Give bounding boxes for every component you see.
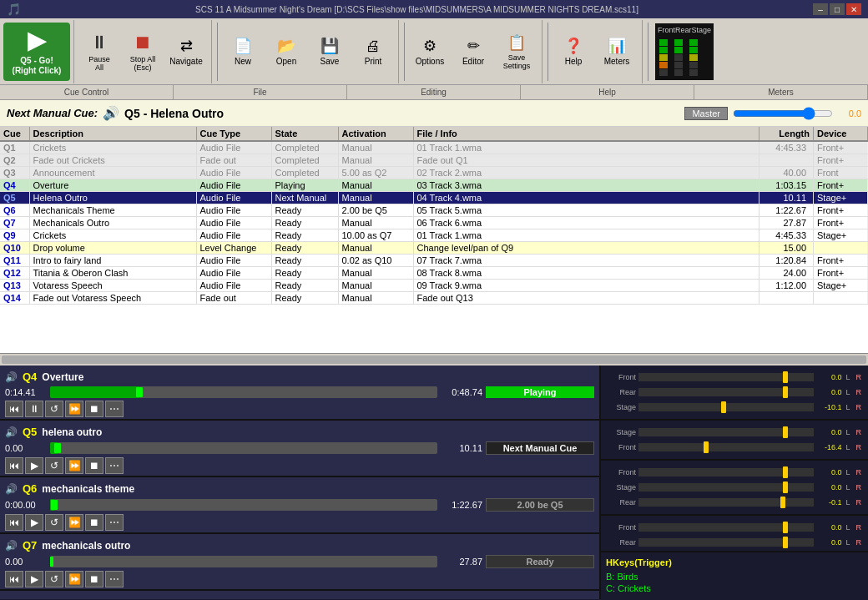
horizontal-scrollbar[interactable] xyxy=(2,355,866,364)
desc-cell: Helena Outro xyxy=(29,192,196,204)
table-row[interactable]: Q1 Crickets Audio File Completed Manual … xyxy=(0,141,868,154)
fader-track[interactable] xyxy=(638,498,814,507)
player-ctrl-5[interactable]: ⋯ xyxy=(105,457,124,474)
player-ctrl-2[interactable]: ↺ xyxy=(45,401,63,417)
player-ctrl-1[interactable]: ▶ xyxy=(25,571,43,587)
menu-file[interactable]: File xyxy=(174,85,347,100)
menu-cue-control[interactable]: Cue Control xyxy=(0,85,174,100)
master-button[interactable]: Master xyxy=(684,107,728,120)
fader-r-btn[interactable]: R xyxy=(855,468,864,476)
table-row[interactable]: Q5 Helena Outro Audio File Next Manual M… xyxy=(0,192,868,204)
pause-all-button[interactable]: ⏸ Pause All xyxy=(78,23,121,81)
table-row[interactable]: Q10 Drop volume Level Change Ready Manua… xyxy=(0,242,868,255)
stop-all-button[interactable]: ⏹ Stop All (Esc) xyxy=(121,23,164,81)
menu-meters[interactable]: Meters xyxy=(694,85,868,100)
fader-l-btn[interactable]: L xyxy=(844,523,851,532)
fader-r-btn[interactable]: R xyxy=(855,443,864,451)
fader-l-btn[interactable]: L xyxy=(844,483,851,492)
editor-button[interactable]: ✏ Editor xyxy=(452,23,495,81)
maximize-button[interactable]: □ xyxy=(830,3,845,15)
fader-r-btn[interactable]: R xyxy=(855,523,864,532)
player-progress-bar[interactable] xyxy=(50,386,437,398)
player-progress-bar[interactable] xyxy=(50,499,437,511)
player-ctrl-3[interactable]: ⏩ xyxy=(65,571,83,587)
save-button[interactable]: 💾 Save xyxy=(308,23,351,81)
player-ctrl-4[interactable]: ⏹ xyxy=(85,401,103,417)
fader-track[interactable] xyxy=(638,523,814,532)
table-row[interactable]: Q7 Mechanicals Outro Audio File Ready Ma… xyxy=(0,217,868,229)
player-ctrl-5[interactable]: ⋯ xyxy=(105,571,124,587)
fader-track[interactable] xyxy=(638,468,814,476)
type-cell: Fade out xyxy=(196,292,271,305)
table-row[interactable]: Q14 Fade out Votaress Speech Fade out Re… xyxy=(0,292,868,305)
master-slider[interactable] xyxy=(733,107,833,120)
player-ctrl-4[interactable]: ⏹ xyxy=(85,514,103,531)
player-ctrl-0[interactable]: ⏮ xyxy=(5,401,23,417)
table-row[interactable]: Q4 Overture Audio File Playing Manual 03… xyxy=(0,179,868,192)
player-ctrl-0[interactable]: ⏮ xyxy=(5,457,23,474)
fader-track[interactable] xyxy=(638,403,814,411)
player-ctrl-5[interactable]: ⋯ xyxy=(105,514,124,531)
help-button[interactable]: ❓ Help xyxy=(552,23,595,81)
player-ctrl-3[interactable]: ⏩ xyxy=(65,514,83,531)
player-ctrl-3[interactable]: ⏩ xyxy=(65,457,83,474)
player-ctrl-1[interactable]: ▶ xyxy=(25,457,43,474)
fader-l-btn[interactable]: L xyxy=(844,373,851,381)
fader-l-btn[interactable]: L xyxy=(844,468,851,476)
table-row[interactable]: Q11 Intro to fairy land Audio File Ready… xyxy=(0,255,868,267)
fader-track[interactable] xyxy=(638,428,814,436)
fader-r-btn[interactable]: R xyxy=(855,403,864,411)
table-row[interactable]: Q2 Fade out Crickets Fade out Completed … xyxy=(0,154,868,167)
player-progress-bar[interactable] xyxy=(50,556,437,567)
table-row[interactable]: Q3 Announcement Audio File Completed 5.0… xyxy=(0,167,868,179)
player-ctrl-2[interactable]: ↺ xyxy=(45,457,63,474)
player-ctrl-4[interactable]: ⏹ xyxy=(85,571,103,587)
player-ctrl-2[interactable]: ↺ xyxy=(45,571,63,587)
player-ctrl-5[interactable]: ⋯ xyxy=(105,401,124,417)
player-progress-bar[interactable] xyxy=(50,442,437,454)
fader-l-btn[interactable]: L xyxy=(844,388,851,396)
table-row[interactable]: Q9 Crickets Audio File Ready 10.00 as Q7… xyxy=(0,229,868,242)
fader-track[interactable] xyxy=(638,538,814,547)
fader-l-btn[interactable]: L xyxy=(844,428,851,436)
table-row[interactable]: Q6 Mechanicals Theme Audio File Ready 2.… xyxy=(0,204,868,217)
fader-r-btn[interactable]: R xyxy=(855,498,864,507)
player-ctrl-3[interactable]: ⏩ xyxy=(65,401,83,417)
fader-r-btn[interactable]: R xyxy=(855,483,864,492)
hkey-key: B: xyxy=(606,572,614,582)
player-ctrl-1[interactable]: ▶ xyxy=(25,514,43,531)
fader-r-btn[interactable]: R xyxy=(855,428,864,436)
open-button[interactable]: 📂 Open xyxy=(265,23,308,81)
player-ctrl-0[interactable]: ⏮ xyxy=(5,514,23,531)
go-button[interactable]: ▶ Q5 - Go!(Right Click) xyxy=(3,23,70,81)
fader-track[interactable] xyxy=(638,388,814,396)
fader-r-btn[interactable]: R xyxy=(855,373,864,381)
save-settings-button[interactable]: 📋 Save Settings xyxy=(495,23,538,81)
fader-l-btn[interactable]: L xyxy=(844,498,851,507)
menu-help[interactable]: Help xyxy=(521,85,694,100)
player-ctrl-1[interactable]: ⏸ xyxy=(25,401,43,417)
meters-button[interactable]: 📊 Meters xyxy=(595,23,638,81)
player-ctrl-0[interactable]: ⏮ xyxy=(5,571,23,587)
fader-l-btn[interactable]: L xyxy=(844,538,851,547)
fader-track[interactable] xyxy=(638,483,814,492)
options-button[interactable]: ⚙ Options xyxy=(408,23,452,81)
fader-r-btn[interactable]: R xyxy=(855,388,864,396)
player-ctrl-4[interactable]: ⏹ xyxy=(85,457,103,474)
table-row[interactable]: Q13 Votaress Speech Audio File Ready Man… xyxy=(0,280,868,292)
fader-track[interactable] xyxy=(638,443,814,451)
close-button[interactable]: ✕ xyxy=(846,3,861,15)
volume-icon[interactable]: 🔊 xyxy=(103,105,119,121)
menu-editing[interactable]: Editing xyxy=(347,85,521,100)
fader-l-btn[interactable]: L xyxy=(844,443,851,451)
fader-r-btn[interactable]: R xyxy=(855,538,864,547)
activation-cell: Manual xyxy=(338,267,413,280)
new-button[interactable]: 📄 New xyxy=(221,23,265,81)
minimize-button[interactable]: – xyxy=(813,3,828,15)
fader-l-btn[interactable]: L xyxy=(844,403,851,411)
fader-track[interactable] xyxy=(638,373,814,381)
navigate-button[interactable]: ⇄ Navigate xyxy=(164,23,208,81)
table-row[interactable]: Q12 Titania & Oberon Clash Audio File Re… xyxy=(0,267,868,280)
player-ctrl-2[interactable]: ↺ xyxy=(45,514,63,531)
print-button[interactable]: 🖨 Print xyxy=(351,23,395,81)
